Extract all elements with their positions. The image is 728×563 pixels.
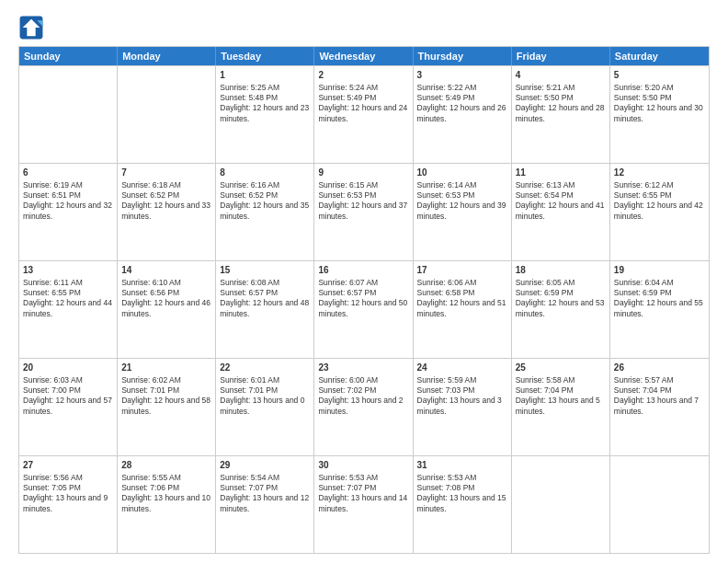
sunset-text: Sunset: 7:01 PM: [121, 385, 211, 396]
daylight-text: Daylight: 13 hours and 12 minutes.: [220, 493, 310, 514]
sunrise-text: Sunrise: 5:21 AM: [516, 83, 606, 93]
sunrise-text: Sunrise: 6:05 AM: [516, 278, 606, 288]
sunrise-text: Sunrise: 5:53 AM: [318, 473, 408, 483]
day-cell-17: 17Sunrise: 6:06 AMSunset: 6:58 PMDayligh…: [414, 261, 512, 358]
daylight-text: Daylight: 13 hours and 2 minutes.: [318, 396, 408, 417]
daylight-text: Daylight: 13 hours and 14 minutes.: [318, 493, 408, 514]
sunrise-text: Sunrise: 6:08 AM: [220, 278, 310, 288]
day-cell-25: 25Sunrise: 5:58 AMSunset: 7:04 PMDayligh…: [512, 359, 610, 455]
sunset-text: Sunset: 6:55 PM: [614, 190, 705, 201]
calendar-row-1: 6Sunrise: 6:19 AMSunset: 6:51 PMDaylight…: [19, 163, 709, 260]
sunrise-text: Sunrise: 5:20 AM: [614, 83, 705, 93]
sunset-text: Sunset: 6:56 PM: [121, 288, 211, 298]
sunrise-text: Sunrise: 5:25 AM: [220, 83, 310, 93]
sunrise-text: Sunrise: 5:54 AM: [220, 473, 310, 483]
day-number: 10: [417, 167, 507, 179]
daylight-text: Daylight: 13 hours and 7 minutes.: [614, 396, 705, 417]
sunset-text: Sunset: 6:58 PM: [417, 288, 507, 298]
sunrise-text: Sunrise: 6:00 AM: [318, 375, 408, 385]
daylight-text: Daylight: 13 hours and 15 minutes.: [417, 493, 507, 514]
day-cell-21: 21Sunrise: 6:02 AMSunset: 7:01 PMDayligh…: [118, 359, 216, 455]
daylight-text: Daylight: 13 hours and 9 minutes.: [23, 493, 113, 514]
day-cell-7: 7Sunrise: 6:18 AMSunset: 6:52 PMDaylight…: [118, 164, 216, 260]
header-cell-wednesday: Wednesday: [314, 47, 413, 65]
daylight-text: Daylight: 12 hours and 37 minutes.: [318, 201, 408, 222]
sunrise-text: Sunrise: 6:14 AM: [417, 180, 507, 190]
day-number: 6: [23, 167, 113, 179]
day-cell-14: 14Sunrise: 6:10 AMSunset: 6:56 PMDayligh…: [118, 261, 216, 358]
sunset-text: Sunset: 5:49 PM: [318, 93, 408, 103]
day-number: 12: [614, 167, 705, 179]
day-number: 3: [417, 69, 507, 82]
day-cell-23: 23Sunrise: 6:00 AMSunset: 7:02 PMDayligh…: [314, 359, 413, 455]
day-number: 17: [417, 264, 507, 277]
day-number: 13: [23, 264, 113, 277]
day-cell-8: 8Sunrise: 6:16 AMSunset: 6:52 PMDaylight…: [216, 164, 314, 260]
day-cell-20: 20Sunrise: 6:03 AMSunset: 7:00 PMDayligh…: [19, 359, 118, 455]
daylight-text: Daylight: 12 hours and 55 minutes.: [614, 298, 705, 319]
day-cell-11: 11Sunrise: 6:13 AMSunset: 6:54 PMDayligh…: [512, 164, 610, 260]
daylight-text: Daylight: 12 hours and 24 minutes.: [318, 103, 408, 124]
sunrise-text: Sunrise: 6:19 AM: [23, 180, 113, 190]
sunrise-text: Sunrise: 6:10 AM: [121, 278, 211, 288]
sunrise-text: Sunrise: 6:12 AM: [614, 180, 705, 190]
daylight-text: Daylight: 12 hours and 41 minutes.: [516, 201, 606, 222]
day-number: 16: [318, 264, 408, 277]
daylight-text: Daylight: 12 hours and 28 minutes.: [516, 103, 606, 124]
day-number: 8: [220, 167, 310, 179]
sunset-text: Sunset: 6:55 PM: [23, 288, 113, 298]
day-cell-29: 29Sunrise: 5:54 AMSunset: 7:07 PMDayligh…: [216, 456, 314, 553]
daylight-text: Daylight: 12 hours and 32 minutes.: [23, 201, 113, 222]
day-cell-5: 5Sunrise: 5:20 AMSunset: 5:50 PMDaylight…: [610, 66, 709, 163]
day-cell-10: 10Sunrise: 6:14 AMSunset: 6:53 PMDayligh…: [414, 164, 512, 260]
day-number: 14: [121, 264, 211, 277]
day-number: 4: [516, 69, 606, 82]
day-cell-15: 15Sunrise: 6:08 AMSunset: 6:57 PMDayligh…: [216, 261, 314, 358]
daylight-text: Daylight: 12 hours and 53 minutes.: [516, 298, 606, 319]
day-number: 26: [614, 362, 705, 374]
daylight-text: Daylight: 12 hours and 48 minutes.: [220, 298, 310, 319]
sunset-text: Sunset: 7:04 PM: [614, 385, 705, 396]
day-number: 31: [417, 459, 507, 472]
sunrise-text: Sunrise: 6:07 AM: [318, 278, 408, 288]
logo-icon: [18, 15, 44, 40]
empty-cell: [512, 456, 610, 553]
empty-cell: [610, 456, 709, 553]
day-cell-16: 16Sunrise: 6:07 AMSunset: 6:57 PMDayligh…: [314, 261, 413, 358]
day-number: 28: [121, 459, 211, 472]
day-cell-26: 26Sunrise: 5:57 AMSunset: 7:04 PMDayligh…: [610, 359, 709, 455]
day-cell-12: 12Sunrise: 6:12 AMSunset: 6:55 PMDayligh…: [610, 164, 709, 260]
daylight-text: Daylight: 13 hours and 3 minutes.: [417, 396, 507, 417]
calendar-body: 1Sunrise: 5:25 AMSunset: 5:48 PMDaylight…: [19, 65, 709, 553]
sunset-text: Sunset: 5:50 PM: [516, 93, 606, 103]
daylight-text: Daylight: 12 hours and 35 minutes.: [220, 201, 310, 222]
day-cell-24: 24Sunrise: 5:59 AMSunset: 7:03 PMDayligh…: [414, 359, 512, 455]
sunrise-text: Sunrise: 6:06 AM: [417, 278, 507, 288]
sunset-text: Sunset: 6:59 PM: [614, 288, 705, 298]
day-number: 30: [318, 459, 408, 472]
day-cell-30: 30Sunrise: 5:53 AMSunset: 7:07 PMDayligh…: [314, 456, 413, 553]
day-cell-2: 2Sunrise: 5:24 AMSunset: 5:49 PMDaylight…: [314, 66, 413, 163]
sunrise-text: Sunrise: 6:16 AM: [220, 180, 310, 190]
daylight-text: Daylight: 13 hours and 10 minutes.: [121, 493, 211, 514]
daylight-text: Daylight: 13 hours and 0 minutes.: [220, 396, 310, 417]
calendar-row-0: 1Sunrise: 5:25 AMSunset: 5:48 PMDaylight…: [19, 65, 709, 163]
day-cell-22: 22Sunrise: 6:01 AMSunset: 7:01 PMDayligh…: [216, 359, 314, 455]
calendar-row-3: 20Sunrise: 6:03 AMSunset: 7:00 PMDayligh…: [19, 358, 709, 455]
sunrise-text: Sunrise: 6:18 AM: [121, 180, 211, 190]
sunrise-text: Sunrise: 6:02 AM: [121, 375, 211, 385]
sunset-text: Sunset: 6:59 PM: [516, 288, 606, 298]
sunset-text: Sunset: 6:52 PM: [121, 190, 211, 201]
calendar-header: SundayMondayTuesdayWednesdayThursdayFrid…: [19, 47, 709, 65]
daylight-text: Daylight: 12 hours and 57 minutes.: [23, 396, 113, 417]
day-number: 7: [121, 167, 211, 179]
daylight-text: Daylight: 12 hours and 44 minutes.: [23, 298, 113, 319]
logo: [18, 15, 48, 40]
sunset-text: Sunset: 6:51 PM: [23, 190, 113, 201]
header-cell-saturday: Saturday: [610, 47, 709, 65]
day-cell-1: 1Sunrise: 5:25 AMSunset: 5:48 PMDaylight…: [216, 66, 314, 163]
daylight-text: Daylight: 12 hours and 42 minutes.: [614, 201, 705, 222]
sunrise-text: Sunrise: 5:53 AM: [417, 473, 507, 483]
sunset-text: Sunset: 7:08 PM: [417, 483, 507, 493]
sunrise-text: Sunrise: 6:01 AM: [220, 375, 310, 385]
